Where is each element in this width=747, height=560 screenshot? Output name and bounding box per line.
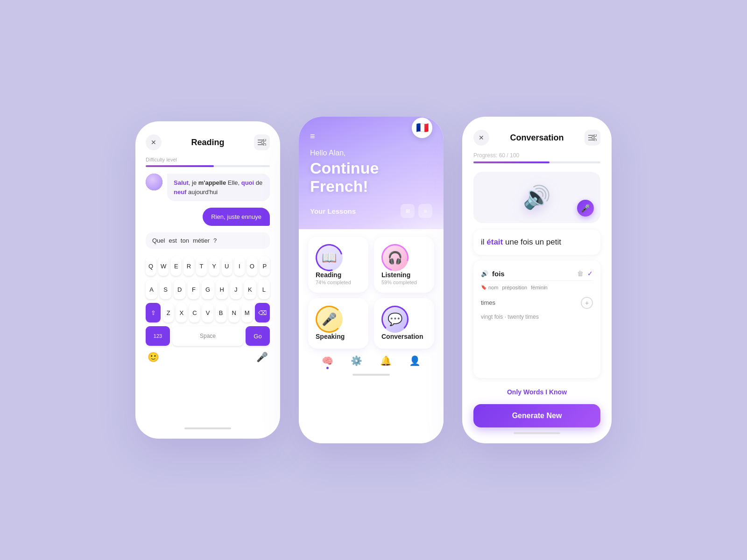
key-s[interactable]: S: [160, 280, 171, 299]
key-go[interactable]: Go: [246, 326, 270, 346]
key-m[interactable]: M: [242, 303, 253, 322]
key-j[interactable]: J: [230, 280, 242, 299]
word-actions: 🗑 ✓: [577, 270, 593, 277]
lesson-card-speaking[interactable]: 🎤 Speaking: [308, 298, 368, 349]
key-r[interactable]: R: [183, 256, 194, 276]
delete-word-btn[interactable]: 🗑: [577, 270, 584, 277]
nav-notifications[interactable]: 🔔: [380, 355, 392, 366]
svg-point-3: [263, 139, 266, 141]
listening-progress: 59% completed: [381, 280, 417, 285]
key-q[interactable]: Q: [146, 256, 156, 276]
key-c[interactable]: C: [189, 303, 200, 322]
settings-icon[interactable]: [254, 134, 270, 150]
key-backspace[interactable]: ⌫: [255, 303, 270, 322]
key-u[interactable]: U: [222, 256, 232, 276]
conv-settings-icon[interactable]: [585, 130, 600, 146]
keyboard: Q W E R T Y U I O P A S D F G H J K L: [146, 256, 270, 424]
question-row: Quel est ton métier ?: [146, 232, 270, 249]
tag-feminin: féminin: [531, 285, 547, 290]
chat-bubble-incoming: Salut, je m'appelle Elle, quoi de neuf a…: [146, 174, 270, 201]
conv-progress-fill: [473, 161, 550, 163]
conv-header: ✕ Conversation: [473, 130, 600, 146]
key-123[interactable]: 123: [146, 326, 170, 346]
check-word-btn[interactable]: ✓: [587, 270, 593, 277]
key-k[interactable]: K: [244, 280, 256, 299]
key-g[interactable]: G: [202, 280, 213, 299]
conversation-name: Conversation: [381, 333, 423, 340]
listening-name: Listening: [381, 271, 410, 279]
key-t[interactable]: T: [196, 256, 206, 276]
speaker-icon: 🔊: [523, 184, 551, 210]
difficulty-label: Difficulty level: [146, 157, 270, 162]
conv-progress-label: Progress: 60 / 100: [473, 152, 600, 159]
key-d[interactable]: D: [174, 280, 185, 299]
lesson-card-conversation[interactable]: 💬 Conversation: [374, 298, 434, 349]
list-view-btn[interactable]: ≡: [418, 204, 432, 218]
conv-close-button[interactable]: ✕: [473, 130, 489, 146]
reading-header: ✕ Reading: [146, 134, 270, 150]
only-words-btn[interactable]: Only Words I Know: [473, 384, 600, 400]
nav-brain[interactable]: 🧠: [322, 355, 333, 366]
word-audio-icon[interactable]: 🔊: [481, 270, 488, 277]
grid-view-btn[interactable]: ⊞: [401, 204, 415, 218]
key-w[interactable]: W: [158, 256, 169, 276]
sentence-card: il était une fois un petit: [473, 230, 600, 255]
key-space[interactable]: Space: [172, 326, 243, 346]
add-translation-btn[interactable]: +: [581, 297, 593, 309]
conversation-screen: ✕ Conversation Progress: 60 / 100 🔊: [462, 117, 612, 443]
generate-btn[interactable]: Generate New: [473, 404, 600, 427]
lessons-grid: 📖 Reading 74% completed 🎧 Listening 59% …: [308, 237, 434, 349]
close-button[interactable]: ✕: [146, 134, 162, 150]
nav-profile[interactable]: 👤: [409, 355, 421, 366]
svg-point-10: [592, 137, 594, 139]
translation-row: times +: [481, 294, 593, 312]
emoji-icon[interactable]: 🙂: [148, 351, 159, 363]
greeting-text: Hello Alan,: [310, 149, 432, 157]
svg-point-5: [263, 144, 266, 146]
key-l[interactable]: L: [258, 280, 270, 299]
speaking-name: Speaking: [316, 333, 345, 340]
word-quoi: quoi: [241, 179, 254, 186]
conv-progress-section: Progress: 60 / 100: [473, 152, 600, 163]
home-bottom: 📖 Reading 74% completed 🎧 Listening 59% …: [299, 229, 444, 443]
difficulty-fill: [146, 165, 214, 167]
audio-card[interactable]: 🔊 🎤: [473, 172, 600, 223]
key-x[interactable]: X: [176, 303, 187, 322]
key-p[interactable]: P: [260, 256, 270, 276]
key-f[interactable]: F: [188, 280, 199, 299]
key-v[interactable]: V: [202, 303, 213, 322]
menu-icon[interactable]: ≡: [310, 132, 315, 141]
word-salut: Salut: [174, 179, 189, 186]
key-shift[interactable]: ⇧: [146, 303, 161, 322]
key-o[interactable]: O: [247, 256, 257, 276]
keyboard-bottom: 🙂 🎤: [146, 350, 270, 363]
key-y[interactable]: Y: [209, 256, 219, 276]
home-screen: ≡ 🇫🇷 Hello Alan, Continue French! Your L…: [299, 117, 444, 443]
key-e[interactable]: E: [171, 256, 181, 276]
word-fois: fois: [492, 270, 573, 278]
example-text: vingt fois · twenty times: [481, 312, 593, 322]
key-n[interactable]: N: [229, 303, 240, 322]
svg-point-11: [594, 139, 597, 141]
home-indicator-2: [352, 374, 390, 376]
difficulty-section: Difficulty level: [146, 157, 270, 167]
keyboard-row-2: A S D F G H J K L: [146, 280, 270, 299]
nav-settings[interactable]: ⚙️: [351, 355, 362, 366]
home-top: ≡ 🇫🇷 Hello Alan, Continue French! Your L…: [299, 117, 444, 229]
lesson-card-reading[interactable]: 📖 Reading 74% completed: [308, 237, 368, 293]
key-z[interactable]: Z: [163, 303, 174, 322]
lesson-card-listening[interactable]: 🎧 Listening 59% completed: [374, 237, 434, 293]
lessons-title: Your Lessons: [310, 207, 356, 215]
key-b[interactable]: B: [216, 303, 226, 322]
bubble-left-text: Salut, je m'appelle Elle, quoi de neuf a…: [167, 174, 270, 201]
mic-icon[interactable]: 🎤: [256, 351, 268, 363]
svg-point-9: [594, 134, 597, 137]
key-i[interactable]: I: [234, 256, 245, 276]
tag-preposition: préposition: [502, 285, 527, 290]
key-h[interactable]: H: [216, 280, 228, 299]
difficulty-track: [146, 165, 270, 167]
key-a[interactable]: A: [146, 280, 157, 299]
tag-nom: 🔖 nom: [481, 285, 498, 290]
accent-word: était: [486, 238, 503, 246]
mic-badge[interactable]: 🎤: [577, 200, 594, 217]
